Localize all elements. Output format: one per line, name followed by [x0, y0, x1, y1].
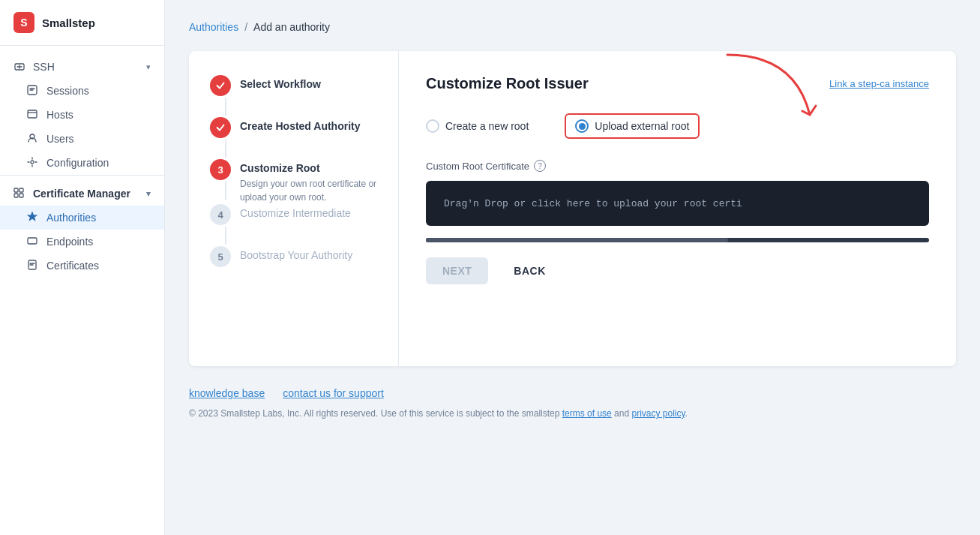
step-4-content: Customize Intermediate — [240, 204, 377, 219]
step-2-content: Create Hosted Authority — [240, 117, 377, 132]
sessions-label: Sessions — [46, 85, 89, 97]
cert-manager-section: Certificate Manager ▾ Authorities Endpoi… — [0, 175, 164, 284]
radio-upload-label: Upload external root — [595, 120, 689, 132]
svg-rect-7 — [14, 194, 18, 197]
step-3-desc: Design your own root certificate or uplo… — [240, 177, 377, 204]
certificates-icon — [27, 260, 39, 272]
radio-upload-outer — [575, 119, 589, 133]
radio-create-outer — [426, 119, 439, 133]
step-5-content: Bootstrap Your Authority — [240, 246, 377, 261]
svg-point-4 — [31, 161, 34, 164]
footer: knowledge base contact us for support © … — [189, 387, 956, 419]
step-3-title: Customize Root — [240, 162, 377, 174]
endpoints-icon — [27, 236, 39, 248]
endpoints-label: Endpoints — [46, 236, 93, 248]
radio-create-new-root[interactable]: Create a new root — [426, 113, 529, 139]
sidebar-item-users[interactable]: Users — [0, 127, 164, 151]
sidebar-nav: SSH ▾ Sessions Hosts Users Con — [0, 46, 164, 293]
button-row: NEXT BACK — [426, 257, 929, 284]
sidebar-item-ssh[interactable]: SSH ▾ — [0, 55, 164, 79]
contact-support-link[interactable]: contact us for support — [283, 387, 384, 399]
step-4-circle: 4 — [210, 204, 231, 225]
back-button[interactable]: BACK — [497, 257, 562, 284]
steps-panel: Select Workflow Create Hosted Authority — [189, 51, 399, 366]
breadcrumb-current: Add an authority — [253, 21, 330, 33]
hosts-label: Hosts — [46, 109, 73, 121]
link-step-ca[interactable]: Link a step-ca instance — [829, 78, 929, 89]
breadcrumb: Authorities / Add an authority — [189, 21, 956, 33]
users-label: Users — [46, 133, 74, 145]
ssh-chevron-icon: ▾ — [146, 62, 151, 72]
radio-options: Create a new root Upload external root — [426, 113, 929, 139]
step-3: 3 Customize Root Design your own root ce… — [210, 159, 377, 204]
cert-label-text: Custom Root Certificate — [426, 161, 529, 172]
step-5-circle: 5 — [210, 246, 231, 267]
hosts-icon — [27, 109, 39, 121]
main-content: Authorities / Add an authority — [165, 0, 980, 535]
step-1-content: Select Workflow — [240, 75, 377, 90]
sessions-icon — [27, 85, 39, 97]
cert-manager-icon — [13, 188, 25, 200]
configuration-label: Configuration — [46, 157, 109, 169]
step-2: Create Hosted Authority — [210, 117, 377, 159]
drop-zone[interactable]: Drag'n Drop or click here to upload your… — [426, 181, 929, 226]
drop-zone-scrollbar — [426, 238, 929, 242]
sidebar-item-sessions[interactable]: Sessions — [0, 79, 164, 103]
drop-zone-text: Drag'n Drop or click here to upload your… — [444, 198, 742, 209]
radio-upload-external-root-box[interactable]: Upload external root — [565, 113, 700, 139]
breadcrumb-separator: / — [244, 21, 247, 33]
svg-rect-8 — [19, 194, 23, 197]
sidebar-item-authorities[interactable]: Authorities — [0, 206, 164, 230]
step-2-circle — [210, 117, 231, 138]
sidebar-item-cert-manager[interactable]: Certificate Manager ▾ — [0, 182, 164, 206]
sidebar-item-hosts[interactable]: Hosts — [0, 103, 164, 127]
users-icon — [27, 133, 39, 145]
step-5: 5 Bootstrap Your Authority — [210, 246, 377, 267]
drop-zone-scrollbar-thumb — [426, 238, 728, 242]
next-button[interactable]: NEXT — [426, 257, 488, 284]
step-1: Select Workflow — [210, 75, 377, 117]
footer-copyright: © 2023 Smallstep Labs, Inc. All rights r… — [189, 408, 956, 419]
step-1-title: Select Workflow — [240, 78, 377, 90]
authorities-label: Authorities — [46, 212, 96, 224]
main-card: Select Workflow Create Hosted Authority — [189, 51, 956, 366]
svg-rect-2 — [28, 110, 37, 118]
footer-links: knowledge base contact us for support — [189, 387, 956, 399]
sidebar-item-endpoints[interactable]: Endpoints — [0, 230, 164, 254]
page-title: Customize Root Issuer — [426, 75, 589, 92]
authorities-icon — [27, 212, 39, 224]
cert-label-row: Custom Root Certificate ? — [426, 160, 929, 172]
certificates-label: Certificates — [46, 260, 99, 272]
help-icon[interactable]: ? — [534, 160, 546, 172]
step-1-circle — [210, 75, 231, 96]
ssh-icon — [13, 61, 25, 73]
step-4-title: Customize Intermediate — [240, 207, 377, 219]
content-header: Customize Root Issuer Link a step-ca ins… — [426, 75, 929, 92]
radio-create-label: Create a new root — [445, 120, 529, 132]
sidebar-item-certificates[interactable]: Certificates — [0, 254, 164, 278]
step-5-title: Bootstrap Your Authority — [240, 249, 377, 261]
cert-manager-chevron-icon: ▾ — [146, 189, 151, 199]
radio-upload-inner — [579, 123, 586, 130]
breadcrumb-parent-link[interactable]: Authorities — [189, 21, 238, 33]
content-panel: Customize Root Issuer Link a step-ca ins… — [399, 51, 956, 366]
cert-manager-label: Certificate Manager — [33, 188, 130, 200]
step-2-title: Create Hosted Authority — [240, 120, 377, 132]
step-3-content: Customize Root Design your own root cert… — [240, 159, 377, 204]
sidebar-item-configuration[interactable]: Configuration — [0, 151, 164, 175]
logo-area: S Smallstep — [0, 0, 164, 46]
step-3-circle: 3 — [210, 159, 231, 180]
configuration-icon — [27, 157, 39, 169]
step-4: 4 Customize Intermediate — [210, 204, 377, 246]
logo-icon: S — [13, 12, 34, 33]
svg-rect-9 — [28, 238, 37, 244]
svg-rect-5 — [14, 188, 18, 192]
knowledge-base-link[interactable]: knowledge base — [189, 387, 265, 399]
ssh-label: SSH — [33, 61, 55, 73]
svg-rect-6 — [19, 188, 23, 192]
sidebar: S Smallstep SSH ▾ Sessions Hosts — [0, 0, 165, 535]
app-name: Smallstep — [42, 17, 95, 29]
